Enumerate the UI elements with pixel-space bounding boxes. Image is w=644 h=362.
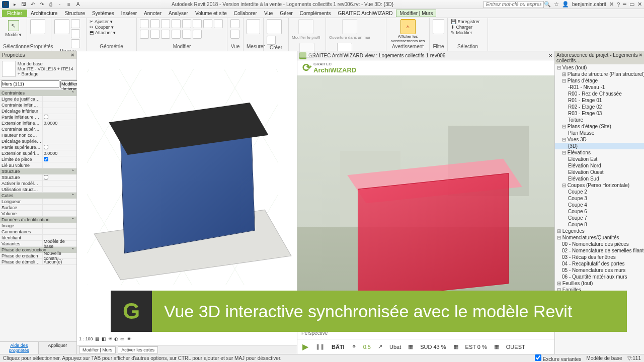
create-icon[interactable] (267, 19, 282, 34)
create2-icon[interactable] (267, 36, 276, 45)
prop-row[interactable]: Structure (0, 174, 76, 180)
status-filter-icon[interactable]: ▽:111 (627, 355, 641, 361)
view2-icon[interactable] (230, 30, 239, 39)
offset-icon[interactable] (140, 30, 149, 39)
vc-style-icon[interactable]: ◧ (102, 336, 106, 341)
qat-save-icon[interactable]: 🖫 (20, 1, 27, 8)
aw-close-icon[interactable]: ✕ (548, 53, 552, 58)
prop-row[interactable]: Extension inférie…0.0000 (0, 120, 76, 126)
tree-item[interactable]: 05 - Nomenclature des murs (555, 267, 644, 274)
tree-item[interactable]: Plan Masse (555, 130, 644, 136)
tree-item[interactable]: Coupe 7 (555, 215, 644, 221)
menu-collaborate[interactable]: Collaborer (230, 10, 261, 17)
modify-tool-icon[interactable]: ↖ (8, 20, 19, 31)
browser-close-icon[interactable]: ✕ (638, 52, 642, 63)
tree-item[interactable]: -R01 - Niveau -1 (555, 84, 644, 90)
prop-row[interactable]: Contrainte inféri… (0, 102, 76, 108)
type-props-icon[interactable] (30, 19, 45, 34)
join-btn[interactable]: ⬒ Attacher ▾ (90, 30, 116, 35)
tree-item[interactable]: Elévation Nord (555, 162, 644, 169)
cut-icon[interactable] (71, 19, 80, 28)
min-icon[interactable]: ━ (623, 1, 626, 8)
view-control-bar[interactable]: 1 : 100 ▦ ◧ ☀ ◐ ▭ 👁 (79, 335, 131, 343)
menu-insert[interactable]: Insérer (118, 10, 140, 17)
instance-count[interactable] (1, 80, 59, 87)
props-help-link[interactable]: Aide des propriétés (0, 342, 38, 354)
tree-item[interactable]: Coupes (Perso Horizontale) (555, 182, 644, 189)
signin-icon[interactable]: 👤 (562, 1, 569, 8)
tree-item[interactable]: Vues 3D (555, 136, 644, 143)
qat-open-icon[interactable]: ▸ (11, 1, 18, 8)
scale-icon[interactable] (214, 19, 223, 28)
menu-modify-walls[interactable]: Modifier | Murs (396, 10, 436, 17)
prop-row[interactable]: Activer le modèl… (0, 180, 76, 187)
move-icon[interactable] (140, 19, 149, 28)
pin-icon[interactable] (150, 30, 159, 39)
filter-sel-icon[interactable] (433, 19, 444, 34)
tree-item[interactable]: Légendes (555, 228, 644, 234)
prop-row[interactable]: Partie inférieure … (0, 114, 76, 120)
exchange-icon[interactable]: ✕ (609, 1, 614, 8)
grp-icon[interactable] (193, 30, 202, 39)
vc-detail-icon[interactable]: ▦ (95, 336, 100, 341)
unpin-icon[interactable] (161, 30, 170, 39)
tree-item[interactable]: Plans de structure (Plan structurel) (555, 71, 644, 77)
tree-item[interactable]: 04 - Recapitulatif des portes (555, 260, 644, 267)
close-icon[interactable]: ✕ (637, 1, 642, 8)
cope-btn[interactable]: ✂ Ajuster ▾ (90, 19, 116, 24)
tree-item[interactable]: Coupe 6 (555, 208, 644, 215)
prop-row[interactable]: Volume (0, 211, 76, 217)
search-input[interactable] (484, 1, 544, 8)
split-icon[interactable] (193, 19, 202, 28)
username[interactable]: benjamin.cabrit (572, 2, 606, 7)
menu-systems[interactable]: Systèmes (89, 10, 118, 17)
aw-ouest[interactable]: OUEST (506, 344, 525, 350)
menu-manage[interactable]: Gérer (276, 10, 296, 17)
edit-type-btn[interactable]: Modifier le type (60, 80, 78, 88)
menu-analyze[interactable]: Analyser (165, 10, 192, 17)
aw-est[interactable]: EST 0 % (465, 344, 487, 350)
scale[interactable]: 1 : 100 (79, 336, 93, 341)
aw-arrow-icon[interactable]: ↗ (378, 343, 382, 350)
tree-item[interactable]: Elévation Ouest (555, 169, 644, 175)
tree-item[interactable]: 03 - Récap des fenêtres (555, 254, 644, 260)
infocenter-icon[interactable]: 🔍 (544, 1, 551, 8)
wall-opening-icon[interactable] (342, 19, 357, 34)
paste-icon[interactable] (54, 19, 69, 34)
trim-icon[interactable] (182, 19, 191, 28)
qat-text-icon[interactable]: A (74, 1, 82, 8)
tree-item[interactable]: Coupe 4 (555, 202, 644, 208)
help-icon[interactable]: ? (617, 2, 620, 8)
edit-sel-btn[interactable]: ✎ Modifier (451, 30, 480, 35)
menu-annotate[interactable]: Annoter (140, 10, 165, 17)
menu-architecture[interactable]: Architecture (27, 10, 61, 17)
match-icon[interactable] (71, 39, 80, 48)
array-icon[interactable] (203, 19, 212, 28)
mirror-icon[interactable] (172, 19, 181, 28)
prop-row[interactable]: Ligne de justifica… (0, 96, 76, 102)
menu-file[interactable]: Fichier (2, 10, 27, 17)
star-icon[interactable]: ☆ (554, 1, 559, 8)
copy2-icon[interactable] (150, 19, 159, 28)
tree-item[interactable]: Elévation Sud (555, 175, 644, 182)
menu-structure[interactable]: Structure (61, 10, 89, 17)
tree-item[interactable]: {3D} (555, 143, 644, 149)
aw-bati[interactable]: BÂTI (332, 344, 345, 350)
vc-shadow-icon[interactable]: ◐ (114, 336, 118, 341)
save-sel-btn[interactable]: 💾 Enregistrer (451, 19, 480, 24)
aw-grid2-icon[interactable]: ▦ (453, 343, 458, 350)
reset-profile-icon[interactable] (299, 43, 314, 58)
tree-item[interactable]: 00 - Nomenclature des pièces (555, 241, 644, 247)
prop-row[interactable]: Extension supéri…0.0000 (0, 150, 76, 156)
qat-print-icon[interactable]: ⎙ (47, 1, 54, 8)
tree-item[interactable]: Coupe 8 (555, 221, 644, 228)
prop-row[interactable]: Décalage supérie… (0, 138, 76, 144)
prop-row[interactable]: Limite de pièce (0, 156, 76, 162)
prop-row[interactable]: Image (0, 223, 76, 229)
tree-item[interactable]: 02 - Nomenclature de semelles filante (555, 247, 644, 254)
menu-view[interactable]: Vue (261, 10, 276, 17)
measure-icon[interactable] (247, 19, 260, 34)
tree-item[interactable]: Feuilles (tout) (555, 280, 644, 287)
tree-item[interactable]: Elévations (555, 149, 644, 156)
prop-row[interactable]: VariantesModèle de base (0, 241, 76, 247)
